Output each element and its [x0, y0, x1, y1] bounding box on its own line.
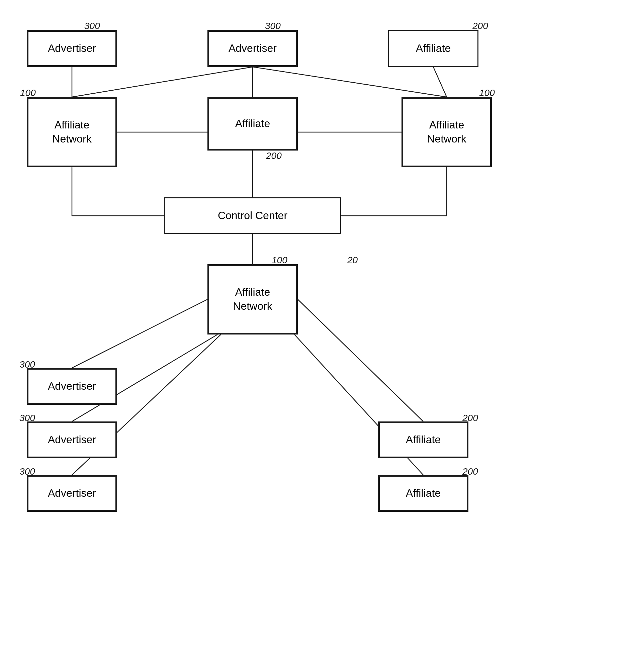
- advertiser-label-1: Advertiser: [48, 42, 96, 56]
- svg-line-13: [72, 299, 207, 368]
- ref-100-3: 100: [272, 255, 287, 266]
- control-center-label: Control Center: [218, 209, 287, 223]
- ref-200-3: 200: [462, 413, 478, 424]
- ref-300-4: 300: [19, 413, 35, 424]
- advertiser-box-2: Advertiser: [207, 30, 298, 67]
- affiliate-box-br1: Affiliate: [378, 422, 468, 458]
- ref-100-1: 100: [20, 88, 36, 98]
- ref-100-2: 100: [479, 88, 495, 98]
- svg-line-16: [298, 299, 423, 422]
- svg-line-3: [253, 67, 447, 97]
- affnet-box-left: Affiliate Network: [27, 97, 117, 167]
- affnet-label-left: Affiliate Network: [52, 118, 92, 146]
- svg-line-1: [72, 67, 253, 97]
- ref-300-1: 300: [84, 21, 100, 31]
- affiliate-label-br2: Affiliate: [406, 486, 441, 501]
- affnet-label-bottom: Affiliate Network: [233, 285, 272, 313]
- affiliate-label-top: Affiliate: [416, 42, 451, 56]
- ref-200-4: 200: [462, 466, 478, 477]
- advertiser-box-1: Advertiser: [27, 30, 117, 67]
- advertiser-box-4: Advertiser: [27, 422, 117, 458]
- advertiser-label-2: Advertiser: [229, 42, 277, 56]
- affnet-box-bottom: Affiliate Network: [207, 264, 298, 334]
- ref-300-5: 300: [19, 466, 35, 477]
- ref-200-2: 200: [266, 151, 282, 161]
- advertiser-label-3: Advertiser: [48, 379, 96, 393]
- ref-300-3: 300: [19, 359, 35, 370]
- control-center-box: Control Center: [164, 197, 341, 234]
- svg-line-4: [433, 67, 447, 97]
- affiliate-label-mid: Affiliate: [235, 117, 270, 131]
- advertiser-box-3: Advertiser: [27, 368, 117, 405]
- ref-200-1: 200: [472, 21, 488, 31]
- advertiser-label-4: Advertiser: [48, 433, 96, 447]
- ref-20: 20: [347, 255, 358, 266]
- affnet-box-right: Affiliate Network: [401, 97, 492, 167]
- advertiser-box-5: Advertiser: [27, 475, 117, 512]
- affnet-label-right: Affiliate Network: [427, 118, 466, 146]
- advertiser-label-5: Advertiser: [48, 486, 96, 501]
- ref-300-2: 300: [265, 21, 281, 31]
- affiliate-box-br2: Affiliate: [378, 475, 468, 512]
- affiliate-label-br1: Affiliate: [406, 433, 441, 447]
- affiliate-box-mid: Affiliate: [207, 97, 298, 151]
- affiliate-box-top: Affiliate: [388, 30, 478, 67]
